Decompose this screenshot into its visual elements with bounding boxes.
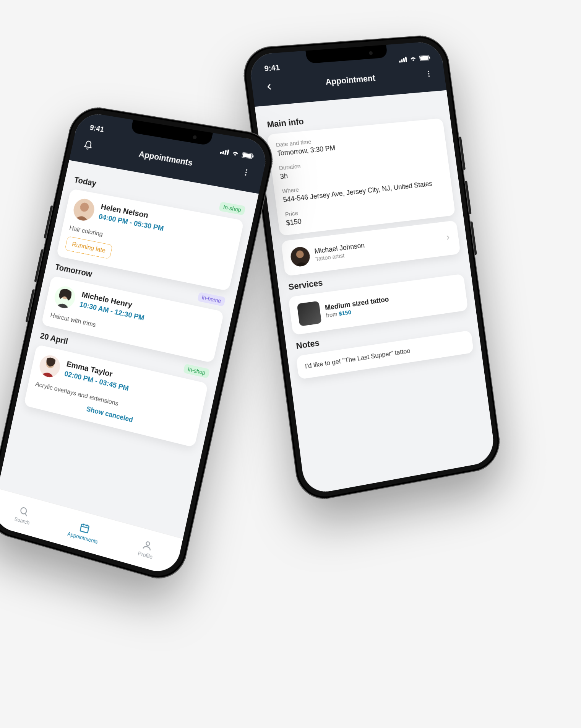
svg-point-7 — [246, 169, 247, 171]
phone-mockup-appointments: 9:41 Appointments — [0, 103, 278, 585]
more-button[interactable] — [238, 164, 254, 181]
tab-bar: Search Appointments Profile — [0, 488, 183, 577]
section-date: Tomorrow — [54, 262, 93, 279]
artist-avatar — [289, 246, 311, 268]
main-info-card: Date and time Tomorrow, 3:30 PM Duration… — [267, 118, 455, 236]
appointment-card[interactable]: Emma Taylor 02:00 PM - 03:45 PM Acrylic … — [24, 344, 208, 448]
status-icons — [399, 55, 430, 63]
tab-appointments[interactable]: Appointments — [49, 505, 119, 559]
battery-icon — [419, 55, 430, 61]
appointment-detail[interactable]: Main info Date and time Tomorrow, 3:30 P… — [255, 90, 487, 429]
wifi-icon — [231, 150, 240, 157]
more-vertical-icon — [241, 168, 252, 178]
svg-rect-20 — [401, 59, 403, 62]
chevron-left-icon — [264, 82, 274, 92]
svg-point-16 — [20, 507, 27, 515]
svg-rect-19 — [399, 61, 401, 63]
phone-mockup-appointment-detail: 9:41 Appointment Main info — [240, 34, 503, 504]
notes-heading: Notes — [295, 338, 320, 351]
page-title: Appointment — [275, 70, 423, 91]
location-type-badge: In-home — [197, 292, 226, 306]
svg-rect-3 — [227, 150, 229, 155]
svg-rect-24 — [420, 56, 428, 60]
svg-rect-1 — [222, 151, 224, 155]
status-time: 9:41 — [264, 63, 280, 73]
svg-rect-2 — [224, 150, 227, 155]
svg-rect-25 — [429, 57, 430, 59]
svg-point-27 — [428, 73, 430, 75]
section-date: Today — [73, 175, 97, 188]
svg-rect-22 — [405, 57, 407, 62]
location-type-badge: In-shop — [219, 202, 246, 215]
back-button[interactable] — [261, 79, 277, 94]
status-time: 9:41 — [89, 123, 105, 134]
calendar-icon — [79, 521, 91, 534]
svg-point-9 — [245, 174, 246, 176]
service-thumbnail — [297, 301, 322, 327]
svg-rect-5 — [242, 153, 252, 158]
client-avatar — [37, 353, 62, 379]
wifi-icon — [409, 56, 417, 62]
search-icon — [18, 505, 30, 518]
services-heading: Services — [288, 278, 323, 292]
profile-icon — [141, 539, 154, 552]
more-button[interactable] — [422, 67, 436, 81]
client-avatar — [52, 285, 77, 310]
chevron-right-icon — [445, 234, 452, 243]
signal-icon — [220, 148, 229, 155]
svg-point-8 — [245, 172, 247, 173]
appointments-list[interactable]: Today In-shop Helen Nelson 04:00 PM - 05… — [6, 160, 259, 497]
more-vertical-icon — [424, 69, 433, 78]
svg-rect-17 — [80, 524, 89, 533]
main-info-heading: Main info — [266, 116, 304, 130]
appointment-card[interactable]: Michele Henry 10:30 AM - 12:30 PM Haircu… — [41, 276, 224, 363]
svg-rect-21 — [403, 58, 405, 62]
tab-profile[interactable]: Profile — [111, 521, 183, 577]
tab-search[interactable]: Search — [0, 489, 57, 541]
battery-icon — [242, 152, 254, 159]
svg-point-26 — [428, 71, 429, 72]
location-type-badge: In-shop — [183, 364, 210, 379]
svg-point-28 — [428, 75, 430, 77]
client-avatar — [71, 197, 96, 222]
status-chip: Running late — [65, 236, 113, 259]
svg-point-18 — [146, 541, 150, 546]
section-date: 20 April — [39, 331, 69, 347]
signal-icon — [399, 57, 407, 62]
bell-icon — [83, 140, 94, 151]
svg-rect-0 — [220, 152, 222, 154]
